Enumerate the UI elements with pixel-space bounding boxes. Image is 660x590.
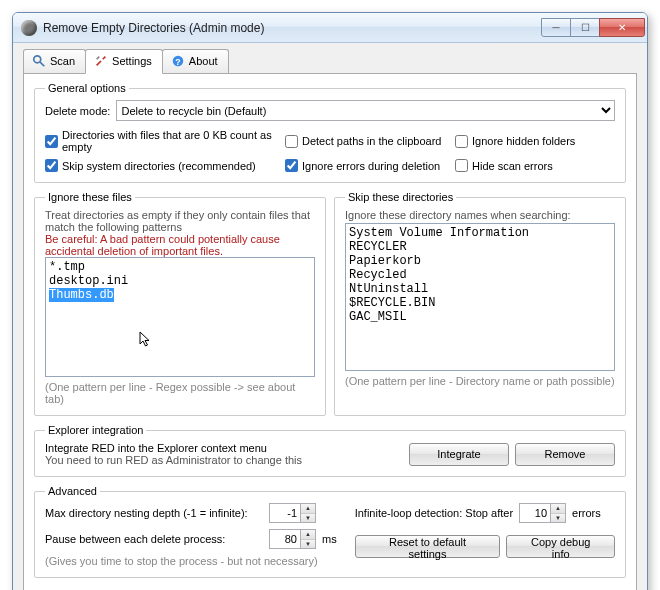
help-icon: ? [171, 54, 185, 68]
spin-down-icon[interactable]: ▼ [551, 514, 565, 523]
check-hide-scan-errors[interactable]: Hide scan errors [455, 159, 615, 172]
tab-bar: Scan Settings ? About [13, 43, 647, 73]
skip-dirs-hint: Ignore these directory names when search… [345, 209, 615, 221]
loop-spinner[interactable]: ▲▼ [519, 503, 566, 523]
pause-input[interactable] [270, 530, 300, 548]
tab-scan[interactable]: Scan [23, 49, 86, 73]
ignore-files-hint: Treat directories as empty if they only … [45, 209, 315, 233]
integrate-button[interactable]: Integrate [409, 443, 509, 466]
spin-up-icon[interactable]: ▲ [551, 504, 565, 514]
delete-mode-select[interactable]: Delete to recycle bin (Default) [116, 100, 615, 121]
list-item[interactable]: $RECYCLE.BIN [349, 296, 611, 310]
max-depth-input[interactable] [270, 504, 300, 522]
spin-down-icon[interactable]: ▼ [301, 540, 315, 549]
group-legend: Advanced [45, 485, 100, 497]
ignore-files-listbox[interactable]: *.tmpdesktop.iniThumbs.db [45, 257, 315, 377]
maximize-button[interactable]: ☐ [570, 18, 600, 37]
max-depth-spinner[interactable]: ▲▼ [269, 503, 316, 523]
list-item[interactable]: desktop.ini [49, 274, 311, 288]
check-zero-kb[interactable]: Directories with files that are 0 KB cou… [45, 129, 285, 153]
delete-mode-label: Delete mode: [45, 105, 110, 117]
close-button[interactable]: ✕ [599, 18, 645, 37]
group-legend: Skip these directories [345, 191, 456, 203]
spin-up-icon[interactable]: ▲ [301, 530, 315, 540]
list-item[interactable]: *.tmp [49, 260, 311, 274]
spin-down-icon[interactable]: ▼ [301, 514, 315, 523]
check-skip-system[interactable]: Skip system directories (recommended) [45, 159, 285, 172]
check-ignore-hidden[interactable]: Ignore hidden folders [455, 129, 615, 153]
window-title: Remove Empty Directories (Admin mode) [43, 21, 542, 35]
tab-settings[interactable]: Settings [85, 49, 163, 74]
loop-label-pre: Infinite-loop detection: Stop after [355, 507, 513, 519]
client-area: Scan Settings ? About General options D [13, 43, 647, 590]
list-item[interactable]: Recycled [349, 268, 611, 282]
general-options-group: General options Delete mode: Delete to r… [34, 82, 626, 183]
settings-panel: General options Delete mode: Delete to r… [23, 73, 637, 590]
check-ignore-errors[interactable]: Ignore errors during deletion [285, 159, 455, 172]
advanced-group: Advanced Max directory nesting depth (-1… [34, 485, 626, 578]
explorer-line1: Integrate RED into the Explorer context … [45, 442, 409, 454]
loop-input[interactable] [520, 504, 550, 522]
max-depth-label: Max directory nesting depth (-1 = infini… [45, 507, 263, 519]
pause-unit: ms [322, 533, 337, 545]
ignore-files-footer: (One pattern per line - Regex possible -… [45, 381, 315, 405]
explorer-line2: You need to run RED as Administrator to … [45, 454, 409, 466]
minimize-button[interactable]: ─ [541, 18, 571, 37]
pause-spinner[interactable]: ▲▼ [269, 529, 316, 549]
list-item[interactable]: System Volume Information [349, 226, 611, 240]
svg-line-1 [40, 62, 44, 66]
pause-hint: (Gives you time to stop the process - bu… [45, 555, 337, 567]
list-item[interactable]: Papierkorb [349, 254, 611, 268]
titlebar: Remove Empty Directories (Admin mode) ─ … [13, 13, 647, 43]
list-item[interactable]: RECYCLER [349, 240, 611, 254]
tab-label: Settings [112, 55, 152, 67]
tab-about[interactable]: ? About [162, 49, 229, 73]
window-buttons: ─ ☐ ✕ [542, 18, 645, 37]
svg-text:?: ? [175, 57, 180, 67]
group-legend: Explorer integration [45, 424, 146, 436]
copy-debug-button[interactable]: Copy debug info [506, 535, 615, 558]
skip-dirs-footer: (One pattern per line - Directory name o… [345, 375, 615, 387]
check-detect-clipboard[interactable]: Detect paths in the clipboard [285, 129, 455, 153]
group-legend: General options [45, 82, 129, 94]
tab-label: Scan [50, 55, 75, 67]
explorer-integration-group: Explorer integration Integrate RED into … [34, 424, 626, 477]
list-item[interactable]: Thumbs.db [49, 288, 311, 302]
tab-label: About [189, 55, 218, 67]
spin-up-icon[interactable]: ▲ [301, 504, 315, 514]
svg-point-0 [34, 56, 41, 63]
tools-icon [94, 54, 108, 68]
list-item[interactable]: GAC_MSIL [349, 310, 611, 324]
pause-label: Pause between each delete process: [45, 533, 263, 545]
app-window: Remove Empty Directories (Admin mode) ─ … [12, 12, 648, 590]
skip-dirs-listbox[interactable]: System Volume InformationRECYCLERPapierk… [345, 223, 615, 371]
magnifier-icon [32, 54, 46, 68]
skip-dirs-group: Skip these directories Ignore these dire… [334, 191, 626, 416]
ignore-files-warning: Be careful: A bad pattern could potentia… [45, 233, 315, 257]
remove-button[interactable]: Remove [515, 443, 615, 466]
list-item[interactable]: NtUninstall [349, 282, 611, 296]
app-icon [21, 20, 37, 36]
group-legend: Ignore these files [45, 191, 135, 203]
loop-label-post: errors [572, 507, 601, 519]
reset-defaults-button[interactable]: Reset to default settings [355, 535, 501, 558]
ignore-files-group: Ignore these files Treat directories as … [34, 191, 326, 416]
